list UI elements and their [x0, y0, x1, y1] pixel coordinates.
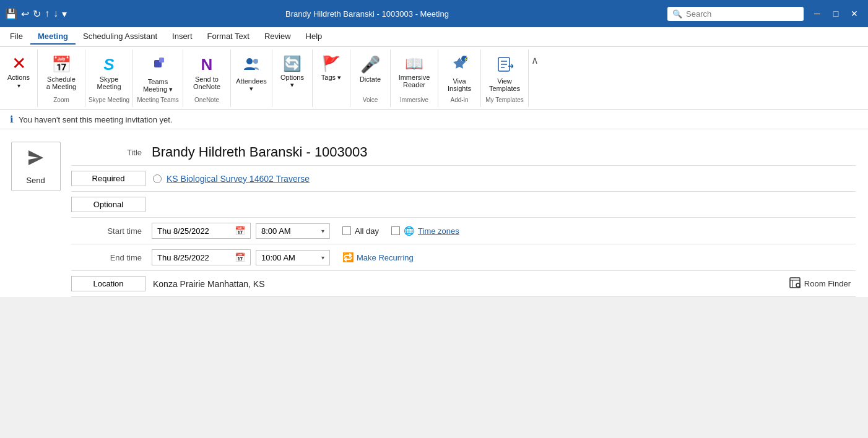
time-zones-checkbox[interactable] — [391, 226, 400, 235]
menu-help[interactable]: Help — [298, 29, 330, 45]
more-icon[interactable]: ▾ — [62, 8, 67, 20]
skype-meeting-button[interactable]: S SkypeMeeting — [88, 52, 130, 95]
start-time-row: Start time Thu 8/25/2022 📅 8:00 AM ▾ All… — [71, 218, 856, 244]
ribbon-section-voice: 🎤 Dictate Voice — [350, 49, 391, 107]
time-zones-label[interactable]: Time zones — [418, 226, 459, 236]
form-panel: Title Brandy Hildreth Baranski - 1003003… — [71, 129, 868, 297]
ribbon: ✕ Actions ▾ 📅 Schedulea Meeting Zoom S S… — [0, 47, 868, 110]
required-attendee-link[interactable]: KS Biological Survey 14602 Traverse — [167, 174, 310, 184]
redo-icon[interactable]: ↻ — [33, 8, 41, 20]
location-value-container: Konza Prairie Manhattan, KS — [145, 279, 789, 289]
teams-group-label: Meeting Teams — [136, 95, 180, 105]
main-content: Send Title Brandy Hildreth Baranski - 10… — [0, 129, 868, 297]
menu-format-text[interactable]: Format Text — [200, 29, 257, 45]
schedule-meeting-button[interactable]: 📅 Schedulea Meeting — [40, 52, 82, 95]
required-button[interactable]: Required — [71, 171, 145, 186]
menu-insert[interactable]: Insert — [165, 29, 200, 45]
svg-marker-10 — [28, 150, 43, 165]
globe-icon: 🌐 — [404, 226, 414, 236]
zoom-group-label: Zoom — [40, 95, 82, 105]
actions-button[interactable]: ✕ Actions ▾ — [2, 52, 35, 95]
up-icon[interactable]: ↑ — [45, 8, 50, 19]
end-date-value: Thu 8/25/2022 — [157, 253, 232, 262]
window-controls[interactable]: ─ □ ✕ — [809, 5, 863, 22]
viva-insights-button[interactable]: ⚡ VivaInsights — [441, 52, 478, 95]
start-time-dropdown-arrow: ▾ — [321, 228, 324, 234]
all-day-group: All day — [342, 226, 379, 236]
end-time-dropdown-arrow: ▾ — [321, 254, 324, 261]
all-day-checkbox[interactable] — [342, 226, 351, 235]
actions-dropdown-arrow: ▾ — [17, 82, 20, 89]
ribbon-section-skype: S SkypeMeeting Skype Meeting — [85, 49, 133, 107]
optional-row: Optional — [71, 192, 856, 218]
end-time-row: End time Thu 8/25/2022 📅 10:00 AM ▾ 🔁 Ma… — [71, 244, 856, 271]
ribbon-collapse-button[interactable]: ∧ — [529, 49, 541, 107]
start-calendar-icon[interactable]: 📅 — [235, 226, 245, 236]
down-icon[interactable]: ↓ — [53, 8, 58, 19]
my-templates-group-label: My Templates — [484, 95, 526, 105]
info-icon: ℹ — [10, 114, 14, 125]
options-button[interactable]: 🔄 Options ▾ — [275, 52, 310, 95]
attendees-icon — [243, 55, 260, 76]
search-icon: 🔍 — [672, 9, 682, 19]
start-time-select[interactable]: 8:00 AM ▾ — [256, 223, 330, 239]
room-finder-button[interactable]: Room Finder — [789, 277, 851, 291]
menu-file[interactable]: File — [2, 29, 30, 45]
close-button[interactable]: ✕ — [846, 5, 863, 22]
ribbon-section-addin: ⚡ VivaInsights Add-in — [438, 49, 481, 107]
options-icon: 🔄 — [283, 55, 302, 72]
end-time-select[interactable]: 10:00 AM ▾ — [256, 250, 330, 265]
location-value[interactable]: Konza Prairie Manhattan, KS — [153, 279, 265, 289]
svg-point-2 — [246, 58, 253, 64]
attendees-button[interactable]: Attendees ▾ — [233, 52, 269, 95]
room-finder-label: Room Finder — [804, 279, 851, 288]
addin-group-label: Add-in — [441, 95, 478, 105]
viva-insights-icon: ⚡ — [451, 55, 468, 76]
view-templates-button[interactable]: ViewTemplates — [484, 52, 526, 95]
end-calendar-icon[interactable]: 📅 — [235, 252, 245, 262]
optional-button[interactable]: Optional — [71, 197, 145, 212]
schedule-meeting-icon: 📅 — [51, 55, 71, 74]
tags-button[interactable]: 🚩 Tags ▾ — [315, 52, 347, 95]
menu-scheduling-assistant[interactable]: Scheduling Assistant — [76, 29, 165, 45]
meeting-title[interactable]: Brandy Hildreth Baranski - 1003003 — [152, 144, 856, 160]
send-to-onenote-button[interactable]: N Send toOneNote — [186, 52, 228, 95]
quick-access-toolbar[interactable]: 💾 ↩ ↻ ↑ ↓ ▾ — [5, 8, 67, 20]
room-finder-icon — [789, 277, 801, 291]
menu-meeting[interactable]: Meeting — [30, 29, 76, 45]
dictate-button[interactable]: 🎤 Dictate — [353, 52, 388, 95]
ribbon-section-attendees: Attendees ▾ — [231, 49, 272, 107]
skype-icon: S — [103, 55, 114, 74]
onenote-group-label: OneNote — [186, 95, 228, 105]
title-label: Title — [71, 148, 152, 157]
immersive-reader-icon: 📖 — [405, 55, 423, 72]
voice-group-label: Voice — [353, 95, 388, 105]
make-recurring-button[interactable]: 🔁 Make Recurring — [342, 252, 414, 263]
search-box[interactable]: 🔍 — [667, 7, 804, 21]
start-time-label: Start time — [71, 226, 152, 236]
start-date-value: Thu 8/25/2022 — [157, 226, 232, 236]
menu-review[interactable]: Review — [257, 29, 298, 45]
teams-meeting-button[interactable]: TeamsMeeting ▾ — [136, 52, 180, 95]
end-time-label: End time — [71, 253, 152, 262]
search-input[interactable] — [686, 9, 791, 19]
send-button[interactable]: Send — [11, 142, 61, 191]
maximize-button[interactable]: □ — [827, 5, 844, 22]
save-icon[interactable]: 💾 — [5, 8, 17, 20]
ribbon-section-zoom: 📅 Schedulea Meeting Zoom — [38, 49, 85, 107]
required-row: Required KS Biological Survey 14602 Trav… — [71, 166, 856, 192]
location-button[interactable]: Location — [71, 276, 145, 291]
minimize-button[interactable]: ─ — [809, 5, 826, 22]
svg-text:⚡: ⚡ — [463, 56, 468, 62]
tags-icon: 🚩 — [322, 55, 341, 72]
send-arrow-icon — [26, 148, 46, 172]
undo-icon[interactable]: ↩ — [21, 8, 29, 20]
start-date-input[interactable]: Thu 8/25/2022 📅 — [152, 223, 251, 239]
title-bar: 💾 ↩ ↻ ↑ ↓ ▾ Brandy Hildreth Baranski - 1… — [0, 0, 868, 27]
end-date-input[interactable]: Thu 8/25/2022 📅 — [152, 249, 251, 265]
dictate-icon: 🎤 — [360, 55, 380, 74]
required-radio[interactable] — [153, 174, 162, 183]
recurring-icon: 🔁 — [342, 252, 354, 263]
ribbon-section-onenote: N Send toOneNote OneNote — [183, 49, 231, 107]
immersive-reader-button[interactable]: 📖 ImmersiveReader — [393, 52, 435, 95]
